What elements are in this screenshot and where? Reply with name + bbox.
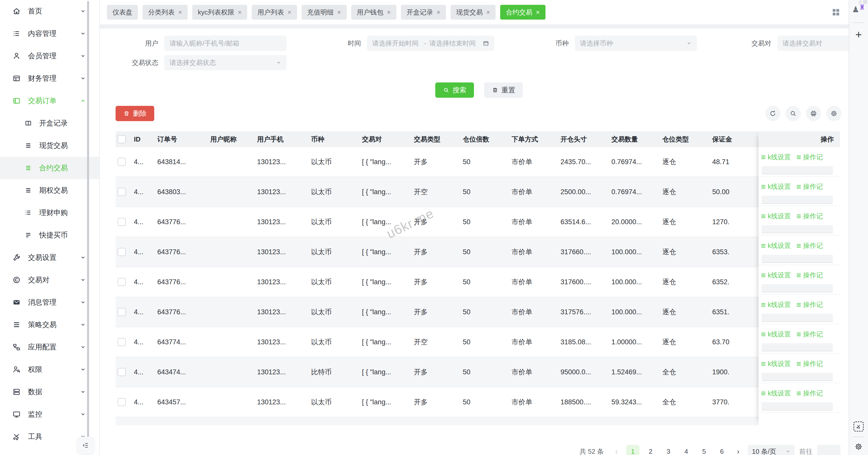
tab-user-list[interactable]: 用户列表×: [252, 5, 297, 20]
select-all-checkbox[interactable]: [118, 135, 126, 143]
chess-extension-icon[interactable]: ♟ ♜: [852, 3, 865, 15]
sidebar-scrollbar[interactable]: [87, 1, 89, 441]
operation-record-link[interactable]: 操作记: [796, 330, 823, 339]
page-5[interactable]: 5: [698, 445, 711, 455]
tab-kyc-list[interactable]: kyc列表权限×: [192, 5, 247, 20]
row-checkbox[interactable]: [118, 308, 126, 316]
sidebar-item-box-records[interactable]: 开盒记录: [0, 112, 99, 134]
kline-settings-link[interactable]: k线设置: [761, 330, 791, 339]
row-actions: k线设置 操作记: [758, 383, 840, 413]
tab-contract-trading[interactable]: 合约交易×: [500, 5, 545, 20]
row-checkbox[interactable]: [118, 338, 126, 346]
close-icon[interactable]: ×: [238, 9, 242, 15]
date-range-picker[interactable]: 请选择开始时间 - 请选择结束时间: [367, 36, 494, 51]
cell-trade-type: 开多: [414, 247, 463, 257]
close-icon[interactable]: ×: [287, 9, 291, 15]
operation-record-link[interactable]: 操作记: [796, 271, 823, 280]
screenshot-tool-icon[interactable]: [854, 421, 864, 431]
page-3[interactable]: 3: [662, 445, 675, 455]
delete-button[interactable]: 删除: [116, 106, 154, 121]
gear-icon[interactable]: [854, 442, 863, 451]
close-icon[interactable]: ×: [437, 9, 440, 15]
row-checkbox[interactable]: [118, 218, 126, 226]
row-checkbox[interactable]: [118, 248, 126, 256]
row-checkbox[interactable]: [118, 368, 126, 376]
row-checkbox[interactable]: [118, 278, 126, 286]
kline-settings-link[interactable]: k线设置: [761, 271, 791, 280]
sidebar-item-home[interactable]: 首页: [0, 0, 99, 22]
operation-record-link[interactable]: 操作记: [796, 300, 823, 309]
row-checkbox[interactable]: [118, 158, 126, 166]
operation-record-link[interactable]: 操作记: [796, 359, 823, 368]
button-label: 重置: [501, 86, 515, 95]
cell-amount: 100.000...: [612, 308, 662, 316]
sidebar-item-quick-buy[interactable]: 快捷买币: [0, 224, 99, 246]
close-icon[interactable]: ×: [387, 9, 391, 15]
goto-page-input[interactable]: [817, 445, 840, 455]
sidebar-item-options-trading[interactable]: 期权交易: [0, 179, 99, 201]
sidebar-item-spot-trading[interactable]: 现货交易: [0, 134, 99, 157]
sidebar-item-finance[interactable]: 财务管理: [0, 67, 99, 90]
tab-spot-trading[interactable]: 现货交易×: [451, 5, 496, 20]
sidebar-item-trading-pairs[interactable]: 交易对: [0, 269, 99, 291]
print-button[interactable]: [806, 106, 821, 121]
refresh-button[interactable]: [765, 106, 780, 121]
kline-settings-link[interactable]: k线设置: [761, 359, 791, 368]
close-icon[interactable]: ×: [178, 9, 182, 15]
sidebar-item-monitoring[interactable]: 监控: [0, 403, 99, 425]
kline-settings-link[interactable]: k线设置: [761, 241, 791, 250]
add-button[interactable]: +: [855, 29, 862, 40]
kline-settings-link[interactable]: k线设置: [761, 182, 791, 191]
reset-button[interactable]: 重置: [484, 83, 523, 98]
close-icon[interactable]: ×: [536, 9, 540, 15]
sidebar-item-permissions[interactable]: 权限: [0, 358, 99, 381]
tab-grid-icon[interactable]: [831, 8, 840, 17]
kline-settings-link[interactable]: k线设置: [761, 300, 791, 309]
sidebar-item-members[interactable]: 会员管理: [0, 45, 99, 67]
page-4[interactable]: 4: [680, 445, 693, 455]
sidebar-item-contract-trading[interactable]: 合约交易: [0, 157, 99, 179]
settings-button[interactable]: [826, 106, 841, 121]
operation-record-link[interactable]: 操作记: [796, 182, 823, 191]
operation-record-link[interactable]: 操作记: [796, 389, 823, 398]
operation-record-link[interactable]: 操作记: [796, 241, 823, 250]
search-icon: [443, 87, 450, 93]
page-size-select[interactable]: 10 条/页: [748, 445, 795, 455]
kline-settings-link[interactable]: k线设置: [761, 212, 791, 221]
operation-record-link[interactable]: 操作记: [796, 212, 823, 221]
page-6[interactable]: 6: [715, 445, 728, 455]
close-icon[interactable]: ×: [486, 9, 490, 15]
sidebar-item-app-config[interactable]: 应用配置: [0, 336, 99, 358]
sidebar-item-messages[interactable]: 消息管理: [0, 291, 99, 314]
user-search-input[interactable]: 请输入昵称/手机号/邮箱: [164, 36, 287, 51]
sidebar-item-trade-orders[interactable]: 交易订单: [0, 90, 99, 112]
page-1[interactable]: 1: [626, 445, 640, 455]
close-icon[interactable]: ×: [337, 9, 341, 15]
next-page-button[interactable]: ›: [733, 447, 743, 455]
page-2[interactable]: 2: [644, 445, 657, 455]
tab-dashboard[interactable]: 仪表盘: [107, 5, 138, 20]
tab-user-wallet[interactable]: 用户钱包×: [351, 5, 396, 20]
pair-select[interactable]: 请选择交易对: [777, 36, 849, 51]
sidebar-item-trade-settings[interactable]: 交易设置: [0, 246, 99, 269]
search-button[interactable]: 搜索: [435, 83, 474, 98]
sidebar-item-content[interactable]: 内容管理: [0, 22, 99, 45]
status-select[interactable]: 请选择交易状态: [164, 55, 287, 70]
sidebar-item-wealth-purchase[interactable]: 理财申购: [0, 201, 99, 224]
tab-deposit-detail[interactable]: 充值明细×: [302, 5, 347, 20]
sidebar-item-strategy-trading[interactable]: 策略交易: [0, 314, 99, 336]
coin-select[interactable]: 请选择币种: [575, 36, 697, 51]
search-tool-button[interactable]: [785, 106, 801, 121]
operation-record-link[interactable]: 操作记: [796, 153, 823, 162]
row-checkbox[interactable]: [118, 398, 126, 406]
tab-box-records[interactable]: 开盒记录×: [401, 5, 446, 20]
tab-category-list[interactable]: 分类列表×: [143, 5, 188, 20]
kline-settings-link[interactable]: k线设置: [761, 153, 791, 162]
list-icon: [796, 214, 802, 219]
cell-order-method: 市价单: [512, 187, 560, 196]
row-checkbox[interactable]: [118, 188, 126, 196]
sidebar-item-data[interactable]: 数据: [0, 381, 99, 403]
prev-page-button[interactable]: ‹: [612, 447, 622, 455]
sidebar-collapse-button[interactable]: [77, 437, 94, 454]
kline-settings-link[interactable]: k线设置: [761, 389, 791, 398]
